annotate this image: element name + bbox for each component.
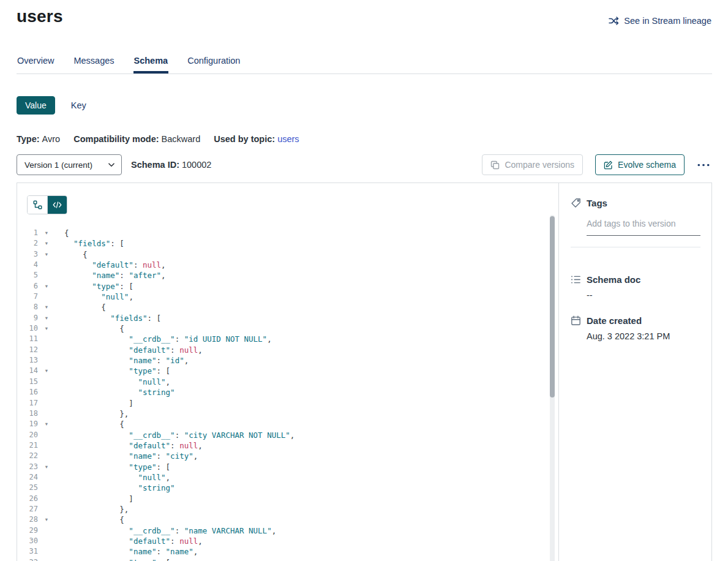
line-number: 18 xyxy=(17,409,42,419)
code-view-icon xyxy=(53,201,62,208)
code-line-30: 30 "default": null, xyxy=(17,536,558,546)
code-line-19: 19▾ { xyxy=(17,419,558,429)
ellipsis-icon xyxy=(697,164,710,167)
code-text: "fields": [ xyxy=(51,313,161,323)
fold-spacer xyxy=(42,430,51,440)
line-number: 19 xyxy=(17,419,42,429)
fold-toggle-icon[interactable]: ▾ xyxy=(42,228,51,238)
code-line-25: 25 "string" xyxy=(17,483,558,493)
code-text: "__crdb__": "city VARCHAR NOT NULL", xyxy=(51,430,295,440)
tags-header: Tags xyxy=(571,198,700,208)
tree-view-icon xyxy=(33,200,42,209)
tab-messages[interactable]: Messages xyxy=(73,55,114,73)
code-line-10: 10▾ { xyxy=(17,323,558,334)
date-created-section: Date created Aug. 3 2022 3:21 PM xyxy=(571,315,700,341)
code-line-15: 15 "null", xyxy=(17,377,558,387)
meta-used-by-topic-value[interactable]: users xyxy=(277,134,299,144)
tree-view-button[interactable] xyxy=(28,196,47,214)
line-number: 20 xyxy=(17,430,42,440)
code-view-button[interactable] xyxy=(47,196,67,214)
code-line-11: 11 "__crdb__": "id UUID NOT NULL", xyxy=(17,334,558,344)
code-text: ] xyxy=(51,398,133,409)
tab-schema[interactable]: Schema xyxy=(133,55,169,73)
editor-view-toggle xyxy=(27,195,67,214)
line-number: 24 xyxy=(17,472,42,483)
version-toolbar: Version 1 (current) Schema ID:100002 Com… xyxy=(17,154,712,175)
code-text: "name": "id", xyxy=(51,355,189,366)
tab-bar: OverviewMessagesSchemaConfiguration xyxy=(17,55,712,74)
line-number: 15 xyxy=(17,377,42,387)
tags-title: Tags xyxy=(587,198,607,208)
add-tags-input[interactable] xyxy=(587,216,700,236)
line-number: 5 xyxy=(17,270,42,280)
tab-configuration[interactable]: Configuration xyxy=(187,55,241,73)
fold-spacer xyxy=(42,377,51,387)
code-line-17: 17 ] xyxy=(17,398,558,409)
fold-spacer xyxy=(42,398,51,409)
compare-versions-button[interactable]: Compare versions xyxy=(482,154,583,175)
fold-toggle-icon[interactable]: ▾ xyxy=(42,313,51,323)
code-text: }, xyxy=(51,409,129,419)
fold-toggle-icon[interactable]: ▾ xyxy=(42,462,51,472)
code-line-29: 29 "__crdb__": "name VARCHAR NULL", xyxy=(17,525,558,536)
fold-toggle-icon[interactable]: ▾ xyxy=(42,302,51,312)
editor-scrollbar[interactable] xyxy=(550,215,555,561)
lineage-icon xyxy=(609,17,619,25)
code-line-2: 2▾ "fields": [ xyxy=(17,238,558,249)
value-toggle-button[interactable]: Value xyxy=(17,96,55,115)
line-number: 16 xyxy=(17,387,42,397)
schema-id-value: 100002 xyxy=(182,160,211,170)
fold-toggle-icon[interactable]: ▾ xyxy=(42,249,51,260)
code-text: { xyxy=(51,228,69,238)
value-key-toggle: Value Key xyxy=(17,96,712,115)
meta-type: Type:Avro xyxy=(17,134,60,144)
date-created-header: Date created xyxy=(571,315,700,326)
schema-sidebar: Tags Schema doc xyxy=(558,183,711,561)
tab-overview[interactable]: Overview xyxy=(17,55,54,73)
calendar-icon xyxy=(571,315,581,326)
evolve-schema-button[interactable]: Evolve schema xyxy=(595,154,685,175)
fold-spacer xyxy=(42,494,51,504)
code-text: "null", xyxy=(51,377,170,387)
schema-meta-row: Type:AvroCompatibility mode:BackwardUsed… xyxy=(17,134,712,144)
code-line-3: 3▾ { xyxy=(17,249,558,260)
code-text: "default": null, xyxy=(51,536,203,546)
code-text: { xyxy=(51,514,124,525)
key-toggle-button[interactable]: Key xyxy=(71,100,86,110)
editor-scrollbar-thumb[interactable] xyxy=(550,216,555,397)
date-created-value: Aug. 3 2022 3:21 PM xyxy=(587,331,700,341)
meta-used-by-topic-label: Used by topic: xyxy=(214,134,275,144)
code-line-12: 12 "default": null, xyxy=(17,345,558,355)
fold-toggle-icon[interactable]: ▾ xyxy=(42,238,51,249)
schema-page: users See in Stream lineage OverviewMess… xyxy=(0,6,728,561)
fold-toggle-icon[interactable]: ▾ xyxy=(42,419,51,429)
code-line-31: 31 "name": "name", xyxy=(17,546,558,557)
code-line-6: 6▾ "type": [ xyxy=(17,281,558,292)
more-options-button[interactable] xyxy=(695,161,712,169)
fold-toggle-icon[interactable]: ▾ xyxy=(42,366,51,376)
lineage-link-label: See in Stream lineage xyxy=(624,16,711,26)
code-line-1: 1▾{ xyxy=(17,228,558,238)
code-line-18: 18 }, xyxy=(17,409,558,419)
fold-toggle-icon[interactable]: ▾ xyxy=(42,514,51,525)
schema-doc-section: Schema doc -- xyxy=(571,274,700,300)
line-number: 12 xyxy=(17,345,42,355)
code-line-16: 16 "string" xyxy=(17,387,558,397)
version-select[interactable]: Version 1 (current) xyxy=(17,154,122,175)
stream-lineage-link[interactable]: See in Stream lineage xyxy=(609,16,711,26)
fold-toggle-icon[interactable]: ▾ xyxy=(42,323,51,334)
fold-spacer xyxy=(42,345,51,355)
code-text: { xyxy=(51,302,106,312)
code-text: "__crdb__": "name VARCHAR NULL", xyxy=(51,525,276,536)
line-number: 13 xyxy=(17,355,42,366)
fold-spacer xyxy=(42,504,51,514)
code-text: "type": [ xyxy=(51,366,170,376)
line-number: 32 xyxy=(17,557,42,561)
evolve-schema-label: Evolve schema xyxy=(618,160,676,170)
fold-toggle-icon[interactable]: ▾ xyxy=(42,557,51,561)
fold-toggle-icon[interactable]: ▾ xyxy=(42,281,51,292)
sidebar-divider xyxy=(571,247,700,247)
fold-spacer xyxy=(42,355,51,366)
line-number: 29 xyxy=(17,525,42,536)
fold-spacer xyxy=(42,525,51,536)
